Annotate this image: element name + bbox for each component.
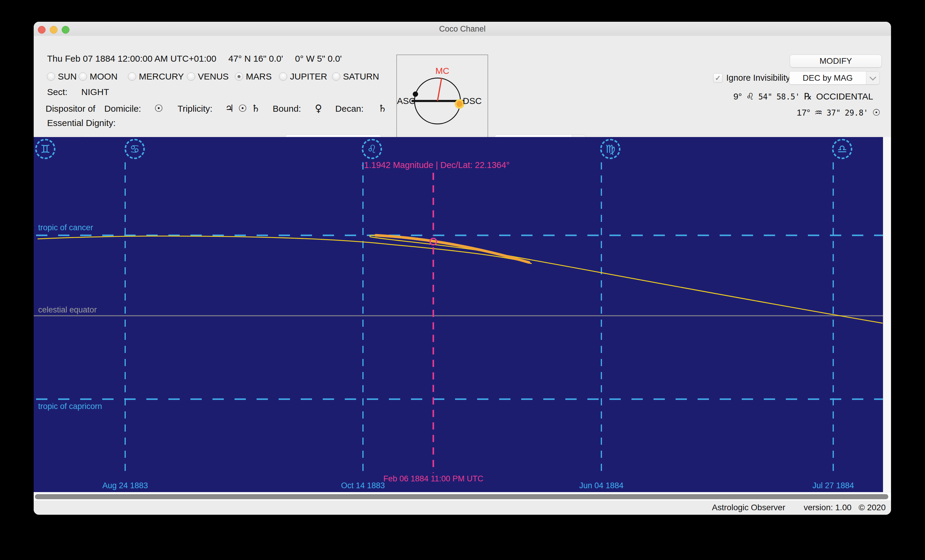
retrograde-icon: ℞	[804, 91, 812, 102]
cancer-icon: ♋	[125, 139, 145, 159]
radio-sun[interactable]: SUN	[47, 72, 77, 81]
vertical-scrollbar-track[interactable]	[883, 137, 891, 492]
degrees-value: 9°	[734, 92, 742, 102]
horizontal-scrollbar-track[interactable]	[34, 492, 891, 500]
copyright-text: © 2020	[859, 503, 886, 512]
radio-circle[interactable]	[79, 72, 87, 81]
planet-marker-dot	[456, 101, 462, 107]
radio-circle[interactable]	[235, 72, 243, 81]
radio-jupiter[interactable]: JUPITER	[279, 72, 327, 81]
arcsec-value: 29.8'	[845, 108, 868, 117]
triplicity-label: Triplicity:	[178, 104, 212, 114]
virgo-icon: ♍	[600, 139, 621, 159]
date-label-jul: Jul 27 1884	[812, 481, 854, 490]
essential-dignity-label: Essential Dignity:	[47, 118, 116, 128]
radio-circle[interactable]	[187, 72, 195, 81]
toolbar: Thu Feb 07 1884 12:00:00 AM UTC+01:00 47…	[34, 36, 891, 137]
sun-symbol-icon: ☉	[154, 102, 163, 114]
version-text: version: 1.00	[804, 503, 851, 512]
sun-symbol-icon: ☉	[238, 102, 247, 114]
saturn-symbol-icon: ♄	[251, 102, 260, 114]
ignore-invisibility-row: ✓ Ignore Invisibility	[713, 73, 790, 83]
horizontal-scrollbar-thumb[interactable]	[35, 494, 888, 499]
ignore-invisibility-checkbox[interactable]: ✓	[713, 73, 723, 83]
horizon-diagram: MC ASC DSC	[396, 54, 488, 147]
radio-circle[interactable]	[128, 72, 136, 81]
window-title: Coco Chanel	[34, 24, 891, 34]
chevron-down-icon[interactable]	[866, 71, 880, 84]
leo-symbol-icon: ♌	[746, 91, 754, 102]
app-name: Astrologic Observer	[712, 503, 785, 512]
radio-venus[interactable]: VENUS	[187, 72, 229, 81]
radio-mercury[interactable]: MERCURY	[128, 72, 184, 81]
gemini-icon: ♊	[35, 139, 56, 159]
tropic-of-capricorn-label: tropic of capricorn	[38, 402, 102, 411]
date-label-jun: Jun 04 1884	[579, 481, 624, 490]
datetime-location-row: Thu Feb 07 1884 12:00:00 AM UTC+01:00 47…	[47, 54, 342, 64]
latitude-text: 47° N 16" 0.0'	[228, 54, 283, 64]
app-window: Coco Chanel Thu Feb 07 1884 12:00:00 AM …	[34, 22, 891, 515]
declination-chart-graphic	[34, 137, 883, 492]
decan-label: Decan:	[335, 104, 363, 114]
planet-position-readout: 9° ♌ 54" 58.5' ℞ OCCIDENTAL	[734, 91, 873, 102]
libra-icon: ♎	[832, 139, 852, 159]
radio-circle[interactable]	[47, 72, 55, 81]
celestial-equator-label: celestial equator	[38, 305, 97, 315]
dsc-label: DSC	[463, 96, 482, 106]
radio-mars-selected[interactable]: MARS	[235, 72, 272, 81]
arcmin-value: 37"	[827, 108, 841, 117]
date-label-oct: Oct 14 1883	[341, 481, 385, 490]
domicile-label: Domicile:	[104, 104, 141, 114]
datetime-text: Thu Feb 07 1884 12:00:00 AM UTC+01:00	[47, 54, 216, 64]
dispositor-row: Dispositor of Domicile: ☉ Triplicity: ♃ …	[45, 102, 387, 114]
sun-symbol-icon: ☉	[872, 107, 880, 117]
tropic-of-cancer-label: tropic of cancer	[38, 223, 93, 232]
declination-chart[interactable]: ♊ ♋ ♌ ♍ ♎ tropic of cancer celestial equ…	[34, 137, 883, 492]
radio-circle[interactable]	[332, 72, 340, 81]
status-bar: Astrologic Observer version: 1.00 © 2020	[34, 500, 891, 515]
radio-saturn[interactable]: SATURN	[332, 72, 379, 81]
modify-button[interactable]: MODIFY	[790, 54, 882, 68]
sun-position-readout: 17° ♒ 37" 29.8' ☉	[797, 107, 880, 117]
arcmin-value: 54"	[758, 92, 773, 101]
screen: { "window": { "title": "Coco Chanel" }, …	[0, 0, 925, 560]
sort-dropdown[interactable]: DEC by MAG	[789, 71, 880, 84]
ignore-invisibility-label: Ignore Invisibility	[726, 73, 790, 83]
date-label-aug: Aug 24 1883	[102, 481, 148, 490]
saturn-symbol-icon: ♄	[378, 102, 387, 114]
mc-label: MC	[435, 66, 449, 76]
arcsec-value: 58.5'	[777, 92, 800, 101]
radio-moon[interactable]: MOON	[79, 72, 118, 81]
sort-dropdown-value[interactable]: DEC by MAG	[789, 71, 866, 84]
radio-selected-dot	[238, 75, 241, 78]
jupiter-symbol-icon: ♃	[225, 102, 234, 114]
sect-value: NIGHT	[81, 87, 109, 97]
cursor-magnitude-label: -1.1942 Magnitude | Dec/Lat: 22.1364°	[361, 160, 509, 170]
sect-row: Sect: NIGHT	[47, 87, 109, 97]
leo-icon: ♌	[362, 139, 382, 159]
bound-label: Bound:	[273, 104, 301, 114]
essential-dignity-row: Essential Dignity:	[47, 118, 116, 128]
longitude-text: 0° W 5" 0.0'	[295, 54, 342, 64]
phase-value: OCCIDENTAL	[816, 92, 873, 102]
radio-circle[interactable]	[279, 72, 287, 81]
venus-symbol-icon: ♀	[315, 102, 322, 114]
degrees-value: 17°	[797, 107, 810, 117]
cursor-date-label: Feb 06 1884 11:00 PM UTC	[383, 474, 484, 483]
sect-label: Sect:	[47, 87, 67, 97]
aquarius-symbol-icon: ♒	[814, 107, 823, 117]
title-bar[interactable]: Coco Chanel	[34, 22, 891, 36]
dispositor-prefix: Dispositor of	[45, 104, 95, 114]
asc-label: ASC	[397, 96, 416, 106]
